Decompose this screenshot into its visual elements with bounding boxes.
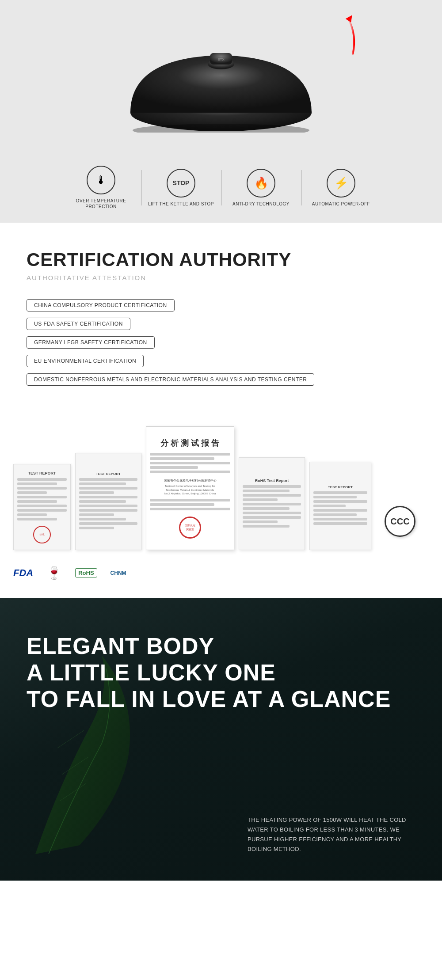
docs-wrapper: TEST REPORT 认证 [13,418,429,585]
cert-item-4: EU ENVIRONMENTAL CERTIFICATION [27,355,415,372]
doc-title-cn: 分 析 测 试 报 告 [160,438,219,448]
doc-line [243,520,278,523]
doc-line [313,522,367,525]
doc-line [17,478,67,481]
cert-badge-3: GERMANY LFGB SAFETY CERTIFICATION [27,336,155,349]
doc-line [313,491,367,494]
cert-list: CHINA COMPULSORY PRODUCT CERTIFICATION U… [27,299,415,391]
doc-line [313,496,357,498]
doc-line [243,512,301,514]
cert-title: CERTIFICATION AUTHORITY [27,249,415,270]
feature-anti-dry-label: ANTI-DRY TECHNOLOGY [232,201,290,207]
elegant-description: THE HEATING POWER OF 1500W WILL HEAT THE… [248,815,415,854]
doc-line [79,509,137,512]
chnm-logo: CHNM [110,570,126,576]
product-section: STX 🌡 OVER TEMPERATURE PROTECTION STOP L… [0,0,442,223]
feature-auto-off-label: AUTOMATIC POWER-OFF [312,201,370,207]
doc-lines-rohs [243,485,301,529]
features-bar: 🌡 OVER TEMPERATURE PROTECTION STOP LIFT … [0,155,442,223]
doc-line [17,496,67,498]
feature-over-temp: 🌡 OVER TEMPERATURE PROTECTION [61,166,141,209]
cert-item-2: US FDA SAFETY CERTIFICATION [27,318,415,335]
cert-item-5: DOMESTIC NONFERROUS METALS AND ELECTRONI… [27,373,415,391]
doc-card-rohs: RoHS Test Report [239,457,305,550]
doc-line [243,494,301,497]
doc-lines-far [313,491,367,527]
doc-line [243,507,290,510]
doc-stamp: 国家认定实验室 [179,517,201,539]
lightning-icon: ⚡ [327,169,355,198]
doc-line [79,527,114,529]
doc-line [313,505,346,507]
cert-badge-1: CHINA COMPULSORY PRODUCT CERTIFICATION [27,299,175,311]
cert-badge-4: EU ENVIRONMENTAL CERTIFICATION [27,355,144,367]
center-name-en: National Center of Analysis and Testing … [164,484,216,495]
doc-line [79,505,137,507]
doc-lines-main [150,453,230,475]
doc-line [79,496,137,498]
doc-line [150,457,214,460]
doc-line [79,518,126,520]
doc-line [150,499,230,501]
doc-line [79,513,114,516]
doc-line [79,491,114,494]
doc-line [150,503,214,506]
doc-line [313,513,357,516]
elegant-section: ELEGANT BODY A LITTLE LUCKY ONE TO FALL … [0,598,442,881]
doc-line [313,509,367,512]
doc-line [150,462,230,464]
product-lid: STX [128,35,314,133]
elegant-title-line1: ELEGANT BODY [27,633,415,660]
doc-line [79,487,137,490]
doc-line [17,500,57,503]
elegant-inner: ELEGANT BODY A LITTLE LUCKY ONE TO FALL … [27,633,415,854]
cert-item-1: CHINA COMPULSORY PRODUCT CERTIFICATION [27,299,415,317]
elegant-title-line3: TO FALL IN LOVE AT A GLANCE [27,686,415,713]
cert-subtitle: AUTHORITATIVE ATTESTATION [27,274,415,281]
doc-lines-2 [79,478,137,531]
product-image-area: STX [0,13,442,155]
doc-card-main: 分 析 测 试 报 告 国家有色金属及电子材料分析测试中心 National C… [146,426,234,550]
cert-item-3: GERMANY LFGB SAFETY CERTIFICATION [27,336,415,354]
glass-logo: 🍷 [46,566,62,580]
cert-badge-5: DOMESTIC NONFERROUS METALS AND ELECTRONI… [27,373,314,386]
doc-line [313,518,367,520]
feature-over-temp-label: OVER TEMPERATURE PROTECTION [66,198,137,209]
elegant-text: ELEGANT BODY A LITTLE LUCKY ONE TO FALL … [27,633,415,712]
doc-line [17,505,67,507]
fire-icon: 🔥 [247,169,275,198]
certification-section: CERTIFICATION AUTHORITY AUTHORITATIVE AT… [0,223,442,409]
doc-line [243,490,290,492]
feature-auto-off: ⚡ AUTOMATIC POWER-OFF [301,169,381,207]
cert-badge-2: US FDA SAFETY CERTIFICATION [27,318,130,330]
doc-card-left: TEST REPORT 认证 [13,464,71,550]
doc-line [150,466,198,469]
doc-line [79,500,126,503]
doc-line [17,513,47,516]
thermometer-icon: 🌡 [87,166,115,194]
ccc-badge: CCC [385,506,415,537]
doc-line [17,491,47,494]
doc-lines-main-2 [150,499,230,512]
doc-line [79,478,137,481]
feature-lift: STOP LIFT THE KETTLE AND STOP [141,169,221,207]
docs-area: TEST REPORT 认证 [13,418,429,559]
doc-line [150,471,230,473]
doc-line [243,525,290,528]
doc-line [17,509,67,512]
elegant-title-line2: A LITTLE LUCKY ONE [27,660,415,686]
doc-line [79,482,126,485]
doc-line [243,516,301,519]
doc-line [17,487,67,490]
fda-logo: FDA [13,567,33,579]
elegant-description-box: THE HEATING POWER OF 1500W WILL HEAT THE… [248,815,415,854]
doc-line [243,503,301,505]
doc-line [243,485,301,488]
svg-text:STX: STX [217,57,225,61]
logos-bar: FDA 🍷 RoHS CHNM [13,559,429,585]
stop-icon: STOP [167,169,195,198]
documents-section: TEST REPORT 认证 [0,409,442,598]
doc-card-second: TEST REPORT [75,453,141,550]
doc-line [150,508,230,510]
arrow-up-icon [336,13,362,59]
